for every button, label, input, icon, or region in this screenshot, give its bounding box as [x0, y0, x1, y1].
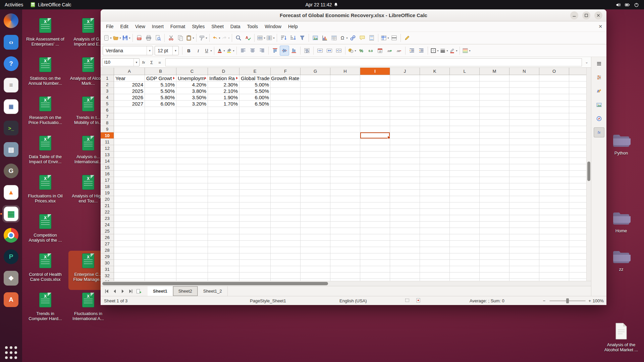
cell-J26[interactable] — [390, 234, 420, 241]
cell-M16[interactable] — [480, 171, 509, 177]
cell-L2[interactable] — [450, 81, 480, 88]
cell-K24[interactable] — [420, 222, 450, 228]
cell-B28[interactable] — [145, 247, 176, 253]
cell-O6[interactable] — [539, 107, 569, 113]
row-header-19[interactable]: 19 — [101, 190, 114, 196]
cell-F29[interactable] — [271, 253, 301, 260]
cell-N19[interactable] — [509, 190, 539, 196]
cell-K32[interactable] — [420, 273, 450, 279]
row-header-25[interactable]: 25 — [101, 228, 114, 234]
row-header-13[interactable]: 13 — [101, 152, 114, 158]
cell-L1[interactable] — [450, 75, 480, 81]
cell-K17[interactable] — [420, 177, 450, 183]
cell-K1[interactable] — [420, 75, 450, 81]
cell-E26[interactable] — [239, 234, 271, 241]
cell-L7[interactable] — [450, 113, 480, 120]
cell-E6[interactable] — [239, 107, 271, 113]
cell-D29[interactable] — [208, 253, 239, 260]
cell-L9[interactable] — [450, 126, 480, 132]
cell-M15[interactable] — [480, 164, 509, 171]
cell-H13[interactable] — [330, 152, 360, 158]
column-header-H[interactable]: H — [330, 68, 360, 75]
cell-G4[interactable] — [301, 94, 330, 101]
cell-J9[interactable] — [390, 126, 420, 132]
cell-D10[interactable] — [208, 132, 239, 139]
cell-N6[interactable] — [509, 107, 539, 113]
dock-item-files[interactable]: ▤ — [2, 141, 20, 158]
cell-K18[interactable] — [420, 183, 450, 190]
spelling-button[interactable]: A — [243, 33, 253, 43]
column-header-N[interactable]: N — [509, 68, 539, 75]
cell-K31[interactable] — [420, 266, 450, 273]
cell-L27[interactable] — [450, 241, 480, 247]
cell-E8[interactable] — [239, 120, 271, 126]
export-pdf-button[interactable]: PDF — [135, 33, 144, 43]
cell-O5[interactable] — [539, 101, 569, 107]
cell-H3[interactable] — [330, 88, 360, 94]
cell-N5[interactable] — [509, 101, 539, 107]
cell-H17[interactable] — [330, 177, 360, 183]
cell-A7[interactable] — [114, 113, 145, 120]
format-currency-button[interactable]: $▾ — [347, 46, 357, 56]
close-button[interactable] — [594, 11, 602, 19]
cell-B9[interactable] — [145, 126, 176, 132]
cell-M11[interactable] — [480, 139, 509, 145]
cell-A5[interactable]: 2027 — [114, 101, 145, 107]
last-sheet-button[interactable] — [127, 287, 135, 295]
cell-A8[interactable] — [114, 120, 145, 126]
cell-M14[interactable] — [480, 158, 509, 164]
expand-formula-bar-icon[interactable]: ⌄ — [584, 60, 590, 64]
cell-H11[interactable] — [330, 139, 360, 145]
align-right-button[interactable] — [257, 46, 267, 56]
open-button[interactable]: ▾ — [112, 33, 121, 43]
cell-M5[interactable] — [480, 101, 509, 107]
clock-menu[interactable]: Apr 22 11:42 — [305, 2, 338, 7]
cell-M2[interactable] — [480, 81, 509, 88]
cell-A22[interactable] — [114, 209, 145, 215]
cell-I19[interactable] — [360, 190, 390, 196]
cell-N28[interactable] — [509, 247, 539, 253]
cell-M30[interactable] — [480, 260, 509, 266]
cell-F5[interactable] — [271, 101, 301, 107]
cell-I3[interactable] — [360, 88, 390, 94]
sheet-tab-sheet2[interactable]: Sheet2 — [173, 286, 198, 296]
headers-footers-button[interactable] — [367, 33, 376, 43]
cell-N9[interactable] — [509, 126, 539, 132]
cell-L11[interactable] — [450, 139, 480, 145]
cell-B12[interactable] — [145, 145, 176, 152]
zoom-out-button[interactable]: − — [543, 298, 545, 303]
cell-K11[interactable] — [420, 139, 450, 145]
cell-F2[interactable] — [271, 81, 301, 88]
cell-C31[interactable] — [176, 266, 208, 273]
cell-D32[interactable] — [208, 273, 239, 279]
cell-J17[interactable] — [390, 177, 420, 183]
cell-I30[interactable] — [360, 260, 390, 266]
cell-G19[interactable] — [301, 190, 330, 196]
cell-I18[interactable] — [360, 183, 390, 190]
system-tray-menu[interactable] — [615, 2, 644, 8]
cell-C6[interactable] — [176, 107, 208, 113]
cell-O17[interactable] — [539, 177, 569, 183]
cell-G20[interactable] — [301, 196, 330, 202]
cell-J11[interactable] — [390, 139, 420, 145]
cell-B27[interactable] — [145, 241, 176, 247]
cell-N26[interactable] — [509, 234, 539, 241]
cell-M32[interactable] — [480, 273, 509, 279]
cell-D5[interactable]: 1.70% — [208, 101, 239, 107]
row-header-9[interactable]: 9 — [101, 126, 114, 132]
cell-C12[interactable] — [176, 145, 208, 152]
cell-H30[interactable] — [330, 260, 360, 266]
horizontal-scrollbar-thumb[interactable] — [102, 282, 328, 285]
insert-image-button[interactable] — [311, 33, 320, 43]
cell-A17[interactable] — [114, 177, 145, 183]
cell-M27[interactable] — [480, 241, 509, 247]
cell-G12[interactable] — [301, 145, 330, 152]
cell-A29[interactable] — [114, 253, 145, 260]
underline-button[interactable]: U▾ — [203, 46, 212, 56]
function-wizard-button[interactable]: fx — [140, 58, 148, 66]
menu-sheet[interactable]: Sheet — [208, 21, 227, 32]
wrap-text-button[interactable] — [302, 46, 312, 56]
dock-item-text-editor[interactable]: ≡ — [2, 76, 20, 94]
cell-B13[interactable] — [145, 152, 176, 158]
column-header-I[interactable]: I — [360, 68, 390, 75]
